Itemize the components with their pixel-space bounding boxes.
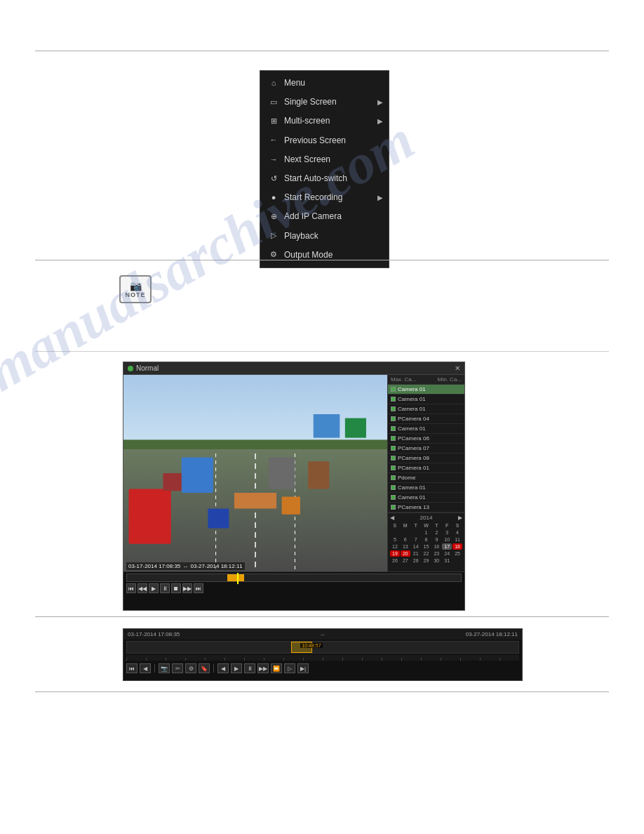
camera-list-item-9[interactable]: Pdome [388,473,464,483]
menu-item-single-screen[interactable]: ▭ Single Screen ▶ [260,93,389,112]
svg-rect-8 [182,458,213,493]
svg-rect-10 [308,461,329,489]
camera-list-item-2[interactable]: Camera 01 [388,404,464,414]
stop-btn[interactable]: ⏹ [171,583,181,593]
close-icon[interactable]: ✕ [455,364,460,372]
camera-checkbox-12[interactable] [391,505,396,510]
camera-list-item-4[interactable]: Camera 01 [388,424,464,434]
bt-btn-play[interactable]: ▶ [231,663,242,673]
cal-header-t2: T [431,522,441,529]
bt-btn-snap[interactable]: 📷 [159,663,170,673]
svg-rect-6 [234,493,276,508]
camera-checkbox-5[interactable] [391,436,396,441]
bt-btn-tag[interactable]: 🔖 [199,663,210,673]
playback-content: 03-17-2014 17:08:35 -- 03-27-2014 18:12:… [123,375,464,571]
context-menu-area: ⌂ Menu ▭ Single Screen ▶ ⊞ Multi-screen … [260,70,389,268]
svg-rect-15 [345,418,366,438]
camera-list-item-11[interactable]: Camera 01 [388,493,464,503]
gear-icon: ⚙ [267,249,280,260]
refresh-icon: ↺ [267,173,280,185]
menu-item-menu[interactable]: ⌂ Menu [260,74,389,93]
pause-btn[interactable]: ⏸ [160,583,170,593]
rewind-btn[interactable]: ◀◀ [137,583,147,593]
camera-checkbox-4[interactable] [391,426,396,431]
camera-list-item-3[interactable]: PCamera 04 [388,414,464,424]
bt-btn-rewind[interactable]: ⏮ [126,663,137,673]
camera-checkbox-2[interactable] [391,406,396,411]
bt-btn-slow[interactable]: ◀ [140,663,151,673]
ff-btn[interactable]: ▶▶ [182,583,192,593]
menu-item-multi-screen[interactable]: ⊞ Multi-screen ▶ [260,112,389,131]
cal-header-w: W [422,522,431,529]
cal-header-f: F [442,522,452,529]
camera-list-item-1[interactable]: Camera 01 [388,395,464,404]
bt-btn-next-frame[interactable]: ▷ [284,663,295,673]
grid-icon: ⊞ [267,116,280,127]
camera-checkbox-8[interactable] [391,465,396,470]
camera-list-item-5[interactable]: PCamera 06 [388,434,464,444]
camera-list-item-12[interactable]: PCamera 13 [388,503,464,512]
playback-title: Normal [136,364,159,372]
arrow-left-icon: ← [267,135,280,146]
svg-rect-1 [123,439,387,449]
calendar-header: ◀ 2014 ▶ [390,515,462,521]
camera-list-item-0[interactable]: Camera 01 [388,385,464,395]
play-prev-btn[interactable]: ⏮ [126,583,136,593]
svg-rect-7 [129,489,171,543]
bt-btn-settings[interactable]: ⚙ [185,663,196,673]
bt-btn-next-clip[interactable]: ▶| [297,663,309,673]
note-icon-symbol: 📷 [130,281,142,291]
top-divider [35,51,609,51]
timeline-area: 10:48:57 [123,640,522,662]
camera-checkbox-11[interactable] [391,495,396,500]
camera-icon: ● [267,192,280,204]
camera-list-item-8[interactable]: PCamera 01 [388,463,464,473]
note-label: NOTE [125,291,145,298]
bt-btn-clip[interactable]: ✂ [172,663,183,673]
bt-btn-pause[interactable]: ⏸ [244,663,255,673]
titlebar-dot [128,366,133,371]
camera-checkbox-6[interactable] [391,446,396,451]
camera-list-item-10[interactable]: Camera 01 [388,483,464,493]
timeline-bar[interactable] [126,574,462,582]
camera-list-item-6[interactable]: PCamera 07 [388,444,464,454]
rule2-divider [35,351,609,352]
bt-btn-prev[interactable]: ◀ [217,663,229,673]
bt-btn-ff[interactable]: ▶▶ [257,663,269,673]
bottom-controls: ⏮ ◀ 📷 ✂ ⚙ 🔖 ◀ ▶ ⏸ ▶▶ ⏩ ▷ ▶| [123,662,522,675]
bt-btn-faster[interactable]: ⏩ [271,663,282,673]
menu-item-start-recording[interactable]: ● Start Recording ▶ [260,188,389,207]
note-icon: 📷 NOTE [119,275,152,303]
cal-header-t: T [411,522,421,529]
note-area: 📷 NOTE [119,275,152,303]
camera-checkbox-7[interactable] [391,456,396,461]
rule4-divider [35,691,609,692]
playback-titlebar: Normal ✕ [123,362,464,375]
cal-header-s2: S [452,522,462,529]
plug-icon: ⊕ [267,211,280,223]
arrow-right-icon-4: ▶ [377,192,383,204]
camera-feed: 03-17-2014 17:08:35 -- 03-27-2014 18:12:… [123,375,387,571]
bottom-timeline-panel: 03-17-2014 17:08:35 -- 03-27-2014 18:12:… [123,628,523,681]
menu-item-playback[interactable]: ▷ Playback [260,227,389,246]
calendar-next[interactable]: ▶ [458,515,462,521]
camera-list-item-7[interactable]: PCamera 08 [388,454,464,463]
calendar-panel: ◀ 2014 ▶ S M T W T F S 1 2 [388,512,464,565]
timeline-cursor[interactable] [237,573,239,584]
timeline-ruler[interactable]: 10:48:57 [126,641,519,654]
camera-checkbox-1[interactable] [391,397,396,402]
play-next-btn[interactable]: ⏭ [194,583,203,593]
menu-item-output-mode[interactable]: ⚙ Output Mode [260,246,389,265]
menu-item-previous-screen[interactable]: ← Previous Screen [260,131,389,150]
menu-item-add-ip-camera[interactable]: ⊕ Add IP Camera [260,207,389,226]
current-time-label: 10:48:57 [300,643,322,648]
camera-checkbox-0[interactable] [391,387,396,392]
calendar-prev[interactable]: ◀ [390,515,394,521]
svg-rect-11 [208,508,229,528]
menu-item-start-auto-switch[interactable]: ↺ Start Auto-switch [260,169,389,188]
menu-item-next-screen[interactable]: → Next Screen [260,150,389,169]
camera-checkbox-9[interactable] [391,475,396,480]
camera-checkbox-10[interactable] [391,485,396,490]
play-btn[interactable]: ▶ [149,583,159,593]
camera-checkbox-3[interactable] [391,416,396,421]
